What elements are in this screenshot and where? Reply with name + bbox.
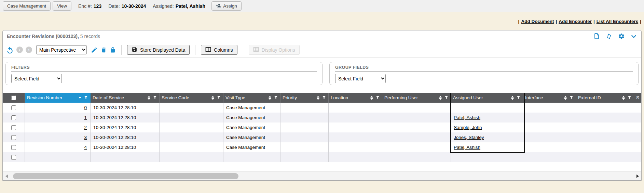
filter-funnel-icon[interactable] xyxy=(217,95,221,101)
column-header-priority[interactable]: Priority xyxy=(280,93,329,103)
priority-cell xyxy=(280,142,329,152)
filter-funnel-icon[interactable] xyxy=(274,95,278,101)
column-header-date-of-service[interactable]: Date of Service xyxy=(91,93,160,103)
toolbar-separator xyxy=(195,45,195,55)
table-row: 1 10-30-2024 12:28:10 Case Management Pa… xyxy=(3,113,641,123)
column-header-service-code[interactable]: Service Code xyxy=(160,93,223,103)
assigned-user-link[interactable]: Sample, John xyxy=(454,125,482,130)
table-row: 3 10-30-2024 12:28:10 Case Management Jo… xyxy=(3,132,641,142)
revision-number-cell: 1 xyxy=(25,113,91,123)
visit-type-cell: Case Management xyxy=(223,142,280,152)
priority-cell xyxy=(280,123,329,132)
row-checkbox[interactable] xyxy=(11,125,16,130)
column-header-assigned-user[interactable]: Assigned User xyxy=(451,93,523,103)
refresh-icon[interactable] xyxy=(605,33,613,40)
filter-funnel-icon[interactable] xyxy=(322,95,326,101)
row-checkbox[interactable] xyxy=(11,115,16,120)
sort-desc-icon[interactable] xyxy=(79,97,81,99)
interface-cell xyxy=(523,132,576,142)
column-header-location[interactable]: Location xyxy=(329,93,382,103)
row-checkbox[interactable] xyxy=(11,155,16,160)
external-id-cell xyxy=(576,113,634,123)
column-header-visit-type[interactable]: Visit Type xyxy=(223,93,280,103)
filters-box: FILTERS Select Field xyxy=(5,62,323,85)
export-page-icon[interactable] xyxy=(593,33,600,40)
scrollbar-track[interactable] xyxy=(10,172,634,180)
revision-number-cell: 3 xyxy=(25,132,91,142)
sort-icon[interactable] xyxy=(622,96,625,100)
assigned-user-link[interactable]: Jones, Stanley xyxy=(454,135,484,140)
group-field-select[interactable]: Select Field xyxy=(335,74,386,83)
store-displayed-data-button[interactable]: Store Displayed Data xyxy=(127,45,190,55)
table-header-row: Revision Number Date of Service Service … xyxy=(3,93,641,103)
revision-link[interactable]: 0 xyxy=(84,105,87,110)
row-checkbox[interactable] xyxy=(11,135,16,140)
assigned-user-link[interactable]: Patel, Ashish xyxy=(454,145,480,150)
location-cell xyxy=(329,132,382,142)
scroll-left-arrow[interactable] xyxy=(3,172,10,181)
column-header-external-id[interactable]: External ID xyxy=(576,93,634,103)
column-header-interface[interactable]: Interface xyxy=(523,93,576,103)
sort-icon[interactable] xyxy=(269,96,271,100)
view-button[interactable]: View xyxy=(53,1,71,11)
add-document-link[interactable]: Add Document xyxy=(521,19,554,24)
filter-funnel-icon[interactable] xyxy=(516,95,521,101)
revision-link[interactable]: 3 xyxy=(84,135,87,140)
filters-field-select[interactable]: Select Field xyxy=(11,74,62,83)
gear-icon[interactable] xyxy=(618,33,625,40)
external-id-cell xyxy=(576,142,634,152)
external-id-cell xyxy=(576,123,634,132)
visit-type-cell: Case Management xyxy=(223,103,280,113)
scroll-right-arrow[interactable] xyxy=(634,172,641,181)
collapse-chevron-down-icon[interactable] xyxy=(630,33,637,40)
filter-funnel-icon[interactable] xyxy=(569,95,574,101)
sort-icon[interactable] xyxy=(317,96,319,100)
column-header-revision-number[interactable]: Revision Number xyxy=(25,93,91,103)
filter-funnel-icon[interactable] xyxy=(627,95,632,101)
list-all-encounters-link[interactable]: List All Encounters xyxy=(597,19,639,24)
assigned-user-link[interactable]: Patel, Ashish xyxy=(454,115,480,120)
add-encounter-link[interactable]: Add Encounter xyxy=(559,19,592,24)
assigned-user-cell xyxy=(451,103,523,113)
revision-number-cell: 4 xyxy=(25,142,91,152)
assigned-user-cell: Patel, Ashish xyxy=(451,142,523,152)
filter-funnel-icon[interactable] xyxy=(84,95,88,101)
quick-links-bar: | Add Document | Add Encounter | List Al… xyxy=(0,12,644,30)
revision-link[interactable]: 4 xyxy=(84,145,87,150)
revision-link[interactable]: 2 xyxy=(84,125,87,130)
perspective-select[interactable]: Main Perspective xyxy=(36,45,87,54)
filter-funnel-icon[interactable] xyxy=(375,95,380,101)
sort-icon[interactable] xyxy=(148,96,150,100)
sort-icon[interactable] xyxy=(370,96,373,100)
revision-link[interactable]: 1 xyxy=(84,115,87,120)
row-checkbox-cell xyxy=(3,113,25,123)
select-all-checkbox[interactable] xyxy=(11,95,16,100)
scrollbar-thumb[interactable] xyxy=(13,173,238,179)
interface-cell xyxy=(523,103,576,113)
filter-funnel-icon[interactable] xyxy=(153,95,157,101)
horizontal-scrollbar[interactable] xyxy=(3,171,641,180)
column-header-performing-user[interactable]: Performing User xyxy=(382,93,451,103)
assigned-value: Patel, Ashish xyxy=(176,3,205,9)
edit-pencil-icon[interactable] xyxy=(91,47,98,53)
sort-icon[interactable] xyxy=(439,96,442,100)
case-management-button[interactable]: Case Management xyxy=(3,1,51,11)
columns-button[interactable]: Columns xyxy=(201,45,237,55)
sort-icon[interactable] xyxy=(511,96,514,100)
revision-number-cell: 0 xyxy=(25,103,91,113)
delete-trash-icon[interactable] xyxy=(100,47,107,53)
location-cell xyxy=(329,103,382,113)
filter-funnel-icon[interactable] xyxy=(444,95,449,101)
undo-icon[interactable] xyxy=(6,46,14,54)
visit-type-cell: Case Management xyxy=(223,123,280,132)
sort-icon[interactable] xyxy=(211,96,214,100)
empty-cell xyxy=(576,152,634,162)
empty-cell xyxy=(91,152,160,162)
empty-cell xyxy=(382,152,451,162)
row-checkbox[interactable] xyxy=(11,105,16,110)
column-header-cut-off[interactable]: S xyxy=(634,93,641,103)
lock-icon[interactable] xyxy=(110,47,116,53)
assign-button[interactable]: Assign xyxy=(211,1,242,11)
sort-icon[interactable] xyxy=(564,96,567,100)
row-checkbox[interactable] xyxy=(11,145,16,150)
